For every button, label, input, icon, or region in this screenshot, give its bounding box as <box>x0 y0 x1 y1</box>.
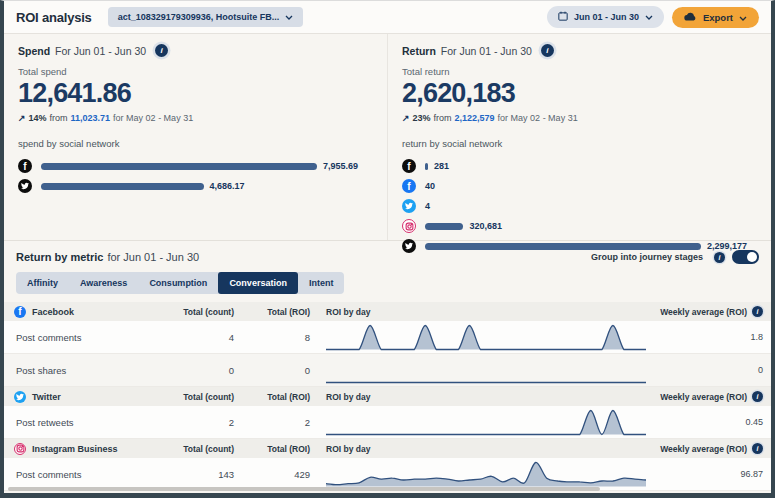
weekly-average-label: Weekly average (ROI) <box>660 392 747 402</box>
group-name: Instagram Business <box>4 443 164 455</box>
column-header-weekly-average: Weekly average (ROI)i <box>656 306 771 317</box>
return-change-line: ↗ 23% from 2,122,579 for May 02 - May 31 <box>402 113 757 123</box>
bar-value-label: 281 <box>434 161 449 171</box>
column-header-roi-by-day: ROI by day <box>310 392 656 402</box>
return-period: For Jun 01 - Jun 30 <box>441 45 532 57</box>
trend-up-arrow-icon: ↗ <box>18 113 26 123</box>
page-title: ROI analysis <box>16 10 92 25</box>
total-return-value: 2,620,183 <box>402 78 757 109</box>
weekly-average-value: 0 <box>656 365 771 375</box>
bar-value-label: 320,681 <box>469 221 502 231</box>
instagram-bar-row: 320,681 <box>402 216 757 236</box>
info-icon[interactable]: i <box>752 306 763 317</box>
bar-value-label: 4,686.17 <box>210 181 245 191</box>
bar-value-label: 4 <box>425 201 430 211</box>
account-dropdown-label: act_108329179309936, Hootsuite FB... <box>118 12 280 22</box>
spend-change-line: ↗ 14% from 11,023.71 for May 02 - May 31 <box>18 113 373 123</box>
date-range-picker[interactable]: Jun 01 - Jun 30 <box>547 6 664 28</box>
spend-change-period: for May 02 - May 31 <box>113 113 193 123</box>
account-dropdown[interactable]: act_108329179309936, Hootsuite FB... <box>108 7 304 27</box>
group-name-label: Instagram Business <box>32 444 118 454</box>
return-change-from: from <box>434 113 452 123</box>
total-return-label: Total return <box>402 66 757 77</box>
info-icon[interactable]: i <box>752 443 763 454</box>
metric-name: Post retweets <box>4 417 164 428</box>
bar-value-label: 40 <box>425 181 435 191</box>
tab-intent[interactable]: Intent <box>298 272 345 294</box>
bar-track: 4,686.17 <box>41 181 373 191</box>
weekly-average-value: 96.87 <box>656 469 771 479</box>
total-count-value: 143 <box>164 469 234 480</box>
tab-conversation[interactable]: Conversation <box>218 272 298 294</box>
total-count-value: 2 <box>164 417 234 428</box>
return-change-period: for May 02 - May 31 <box>498 113 578 123</box>
info-icon[interactable]: i <box>752 391 763 402</box>
chevron-down-icon <box>645 12 653 22</box>
chevron-down-icon <box>285 12 293 22</box>
tab-consumption[interactable]: Consumption <box>138 272 218 294</box>
twitter-icon <box>402 239 416 253</box>
weekly-average-value: 1.8 <box>656 332 771 342</box>
group-header-instagram-business: Instagram BusinessTotal (count)Total (RO… <box>4 439 771 458</box>
return-by-metric-period: for Jun 01 - Jun 30 <box>107 251 199 263</box>
total-count-value: 0 <box>164 365 234 376</box>
bar-track: 4 <box>425 201 757 211</box>
journey-stages-toggle[interactable] <box>732 250 759 264</box>
toggle-knob <box>747 252 757 262</box>
return-change-pct: 23% <box>413 113 431 123</box>
facebook-blue-bar-row: f40 <box>402 176 757 196</box>
group-header-twitter: TwitterTotal (count)Total (ROI)ROI by da… <box>4 387 771 406</box>
column-header-roi-by-day: ROI by day <box>310 307 656 317</box>
metric-name: Post comments <box>4 332 164 343</box>
return-panel-header: Return For Jun 01 - Jun 30 i <box>402 44 757 57</box>
return-by-metric-title: Return by metric <box>16 251 103 263</box>
chevron-down-icon <box>739 12 747 23</box>
twitter-blue-bar-row: 4 <box>402 196 757 216</box>
return-by-network-label: return by social network <box>402 138 757 149</box>
column-header-total-count: Total (count) <box>164 444 234 454</box>
bar-value-label: 7,955.69 <box>323 161 358 171</box>
facebook-dark-bar-row: f7,955.69 <box>18 156 373 176</box>
tab-affinity[interactable]: Affinity <box>16 272 69 294</box>
weekly-average-value: 0.45 <box>656 417 771 427</box>
facebook-icon: f <box>402 179 416 193</box>
facebook-icon: f <box>14 306 26 318</box>
return-previous-value-link[interactable]: 2,122,579 <box>455 113 495 123</box>
horizontal-scrollbar-thumb[interactable] <box>8 487 600 491</box>
column-header-roi-by-day: ROI by day <box>310 444 656 454</box>
total-roi-value: 2 <box>234 417 310 428</box>
network-bar <box>41 183 204 190</box>
column-header-weekly-average: Weekly average (ROI)i <box>656 443 771 454</box>
spend-previous-value-link[interactable]: 11,023.71 <box>71 113 111 123</box>
metric-name: Post comments <box>4 469 164 480</box>
trend-up-arrow-icon: ↗ <box>402 113 410 123</box>
group-name-label: Facebook <box>32 307 74 317</box>
export-button[interactable]: Export <box>672 7 759 28</box>
bar-track: 320,681 <box>425 221 757 231</box>
summary-panels: Spend For Jun 01 - Jun 30 i Total spend … <box>4 34 771 240</box>
bar-track: 40 <box>425 181 757 191</box>
spend-by-network-label: spend by social network <box>18 138 373 149</box>
network-bar <box>425 223 463 230</box>
total-spend-value: 12,641.86 <box>18 78 373 109</box>
tab-awareness[interactable]: Awareness <box>69 272 138 294</box>
table-row-post-comments: Post comments481.8 <box>4 321 771 354</box>
spend-change-pct: 14% <box>29 113 47 123</box>
twitter-icon <box>402 199 416 213</box>
info-icon[interactable]: i <box>541 44 554 57</box>
group-name: fFacebook <box>4 306 164 318</box>
metric-name: Post shares <box>4 365 164 376</box>
export-label: Export <box>703 12 733 23</box>
instagram-icon <box>14 443 26 455</box>
info-icon[interactable]: i <box>155 44 168 57</box>
total-roi-value: 429 <box>234 469 310 480</box>
header-right-controls: Jun 01 - Jun 30 Export <box>547 6 759 28</box>
return-by-network-chart: f281f404320,6812,299,177 <box>402 156 757 256</box>
calendar-icon <box>558 11 568 23</box>
column-header-total-roi: Total (ROI) <box>234 307 310 317</box>
roi-by-day-sparkline <box>310 323 656 352</box>
spend-change-from: from <box>50 113 68 123</box>
group-name-label: Twitter <box>32 392 61 402</box>
facebook-icon: f <box>18 159 32 173</box>
export-cloud-icon <box>684 12 697 23</box>
